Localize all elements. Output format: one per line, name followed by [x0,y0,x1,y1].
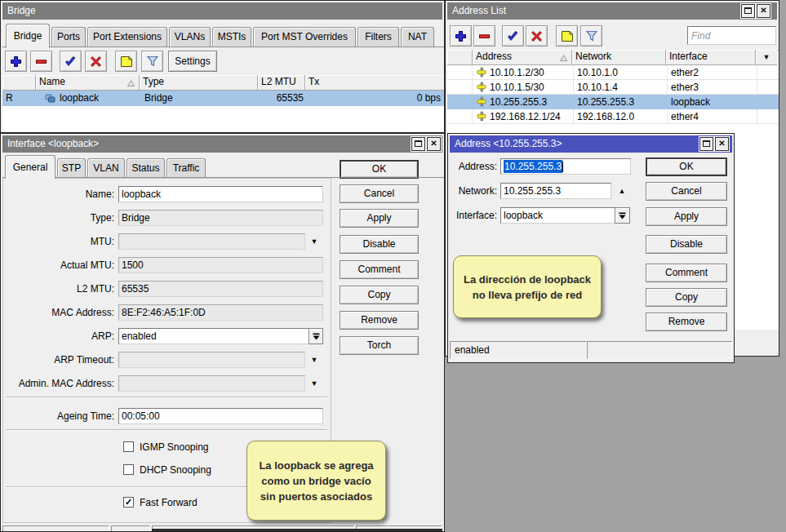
arp-timeout-dropdown-icon[interactable]: ▼ [309,357,320,364]
comment-toolbar-button[interactable] [115,51,137,72]
mtu-field[interactable] [118,233,305,250]
copy-button[interactable]: Copy [340,286,419,304]
comment-button[interactable]: Comment [340,260,419,279]
remove-address-button[interactable] [473,25,495,47]
interface-dropdown-button[interactable] [615,207,630,224]
filter-toolbar-button[interactable] [141,51,163,72]
add-button[interactable] [5,51,27,72]
apply-button[interactable]: Apply [340,209,419,228]
maximize-button[interactable] [741,4,755,18]
statusbar-cell [111,525,150,532]
address-row-selected[interactable]: 10.255.255.3 10.255.255.3 loopback [447,95,779,109]
note-callout-bridge: La loopback se agrega como un bridge vac… [246,441,386,521]
note-icon [561,30,574,42]
arp-select[interactable]: enabled [118,328,309,344]
bridge-titlebar[interactable]: Bridge [2,2,442,20]
remove-button[interactable]: Remove [646,313,727,331]
close-button[interactable]: ✕ [427,137,441,151]
fast-forward-checkbox[interactable]: ✓ [123,497,134,508]
row-interface: loopback [668,95,757,109]
copy-button[interactable]: Copy [646,288,727,307]
tab-port-extensions[interactable]: Port Extensions [87,27,167,47]
interface-dialog-titlebar[interactable]: Interface <loopback> [2,135,442,153]
bridge-row-loopback[interactable]: R loopback Bridge 65535 0 bps [2,91,444,106]
torch-button[interactable]: Torch [340,336,419,355]
maximize-button[interactable] [411,137,425,151]
close-button[interactable]: ✕ [757,4,770,18]
column-header-type[interactable]: Type [140,75,258,91]
address-row[interactable]: 10.10.1.2/30 10.10.1.0 ether2 [447,65,779,80]
address-dialog: Address <10.255.255.3> ✕ Address: 10.255… [447,133,735,363]
enable-address-button[interactable] [502,25,524,47]
column-header-name[interactable]: Name [36,75,140,91]
column-header-flags[interactable] [2,75,36,91]
fast-forward-label: Fast Forward [140,497,198,508]
column-header-interface[interactable]: Interface [666,50,756,65]
tab-status[interactable]: Status [127,158,165,177]
remove-button[interactable]: Remove [340,311,419,330]
name-field[interactable]: loopback [118,186,323,202]
tab-filters[interactable]: Filters [357,27,399,47]
address-list-titlebar[interactable]: Address List [447,2,777,20]
arp-timeout-field[interactable] [118,352,305,368]
remove-toolbar-button[interactable] [30,51,52,72]
tab-vlans[interactable]: VLANs [169,27,211,47]
tab-bridge[interactable]: Bridge [6,24,50,48]
tab-ports[interactable]: Ports [51,27,86,47]
arp-dropdown-button[interactable] [309,328,323,344]
disable-button[interactable]: Disable [646,235,727,254]
disable-address-button[interactable] [526,25,548,47]
add-address-button[interactable] [450,25,472,47]
maximize-icon [744,7,752,14]
admin-mac-field[interactable] [118,375,305,392]
column-header-address[interactable]: Address [473,50,572,65]
interface-select[interactable]: loopback [500,207,615,224]
cancel-button[interactable]: Cancel [340,184,419,203]
tab-general[interactable]: General [5,155,56,179]
column-selector-button[interactable]: ▼ [756,50,777,65]
tab-mstis[interactable]: MSTIs [212,27,251,47]
row-network: 192.168.12.0 [574,109,668,124]
admin-mac-dropdown-icon[interactable]: ▼ [309,380,320,388]
ageing-time-field[interactable]: 00:05:00 [118,408,323,424]
row-tx: 0 bps [307,91,444,105]
network-up-icon[interactable]: ▲ [616,188,628,195]
address-row[interactable]: 192.168.12.1/24 192.168.12.0 ether4 [447,109,779,124]
address-field[interactable]: 10.255.255.3 [500,158,631,175]
column-header-tx[interactable]: Tx [305,75,444,91]
ok-button[interactable]: OK [340,160,419,179]
address-list-title: Address List [452,5,506,16]
row-network: 10.10.1.4 [574,80,668,95]
column-header-network[interactable]: Network [572,50,666,65]
cancel-button[interactable]: Cancel [646,182,727,201]
tab-nat[interactable]: NAT [401,27,434,47]
close-button[interactable]: ✕ [715,137,729,151]
address-row[interactable]: 10.10.1.5/30 10.10.1.4 ether3 [447,80,779,95]
tab-port-mst-overrides[interactable]: Port MST Overrides [253,27,356,47]
dhcp-snooping-checkbox[interactable] [123,464,134,475]
mtu-dropdown-icon[interactable]: ▼ [309,238,320,246]
disable-button[interactable]: Disable [340,235,419,254]
comment-button[interactable]: Comment [646,264,727,282]
column-header-flags[interactable] [447,50,473,65]
tab-traffic[interactable]: Traffic [167,158,206,177]
comment-address-button[interactable] [556,25,578,47]
settings-button[interactable]: Settings [168,51,217,72]
tab-stp[interactable]: STP [57,158,86,177]
enable-button[interactable] [60,51,82,72]
mac-address-label: MAC Address: [1,304,114,321]
ok-button[interactable]: OK [646,157,727,176]
address-dialog-titlebar[interactable]: Address <10.255.255.3> [450,135,732,153]
column-header-l2mtu[interactable]: L2 MTU [258,75,305,91]
find-input[interactable] [687,26,776,45]
maximize-button[interactable] [699,137,713,151]
apply-button[interactable]: Apply [646,207,727,226]
disable-toolbar-button[interactable] [85,51,107,72]
row-address: 10.10.1.5/30 [473,80,574,95]
tab-vlan[interactable]: VLAN [87,158,125,177]
network-field[interactable]: 10.255.255.3 [500,183,611,199]
filter-address-button[interactable] [580,25,602,47]
bridge-interface-icon [45,94,56,103]
check-icon [507,30,519,42]
igmp-snooping-checkbox[interactable] [123,441,134,452]
